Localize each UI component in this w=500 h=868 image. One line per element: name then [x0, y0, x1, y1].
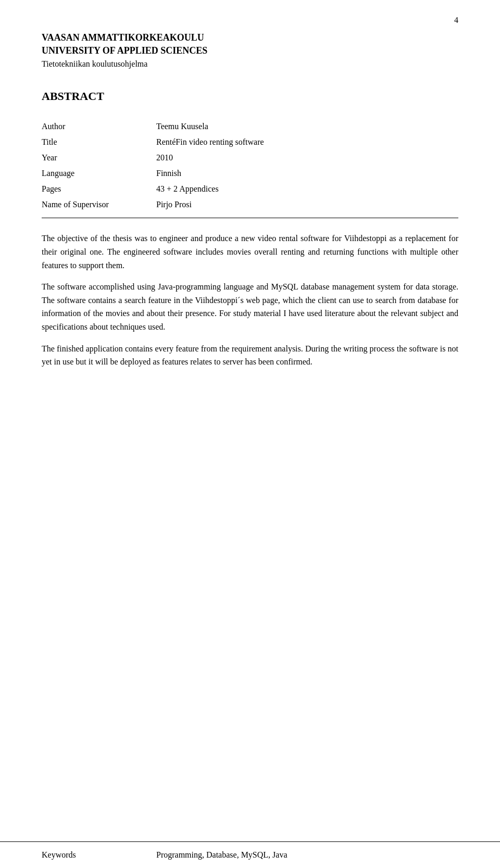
keywords-value: Programming, Database, MySQL, Java: [156, 850, 288, 860]
metadata-row: Pages43 + 2 Appendices: [42, 181, 458, 197]
abstract-paragraph: The objective of the thesis was to engin…: [42, 232, 458, 272]
page: 4 VAASAN AMMATTIKORKEAKOULU UNIVERSITY O…: [0, 0, 500, 868]
abstract-body: The objective of the thesis was to engin…: [42, 232, 458, 368]
metadata-label: Year: [42, 150, 156, 166]
metadata-label: Author: [42, 119, 156, 134]
abstract-paragraph: The finished application contains every …: [42, 342, 458, 369]
metadata-table: AuthorTeemu KuuselaTitleRentéFin video r…: [42, 119, 458, 221]
metadata-value: Finnish: [156, 166, 458, 181]
keywords-label: Keywords: [42, 850, 156, 860]
metadata-row: LanguageFinnish: [42, 166, 458, 181]
metadata-label: Title: [42, 134, 156, 150]
institution-block: VAASAN AMMATTIKORKEAKOULU UNIVERSITY OF …: [42, 31, 458, 69]
metadata-row: TitleRentéFin video renting software: [42, 134, 458, 150]
metadata-row: Name of SupervisorPirjo Prosi: [42, 197, 458, 212]
metadata-value: 43 + 2 Appendices: [156, 181, 458, 197]
abstract-paragraph: The software accomplished using Java-pro…: [42, 280, 458, 333]
metadata-divider: [42, 218, 458, 218]
page-number: 4: [454, 16, 458, 25]
metadata-value: Pirjo Prosi: [156, 197, 458, 212]
metadata-value: Teemu Kuusela: [156, 119, 458, 134]
abstract-heading: ABSTRACT: [42, 90, 458, 103]
keywords-bar: Keywords Programming, Database, MySQL, J…: [0, 841, 500, 868]
institution-line1: VAASAN AMMATTIKORKEAKOULU: [42, 31, 458, 44]
metadata-value: RentéFin video renting software: [156, 134, 458, 150]
metadata-row: AuthorTeemu Kuusela: [42, 119, 458, 134]
metadata-label: Language: [42, 166, 156, 181]
institution-line2: UNIVERSITY OF APPLIED SCIENCES: [42, 44, 458, 57]
metadata-row: Year2010: [42, 150, 458, 166]
program-name: Tietotekniikan koulutusohjelma: [42, 59, 458, 69]
metadata-value: 2010: [156, 150, 458, 166]
metadata-divider-row: [42, 212, 458, 221]
metadata-label: Pages: [42, 181, 156, 197]
metadata-label: Name of Supervisor: [42, 197, 156, 212]
